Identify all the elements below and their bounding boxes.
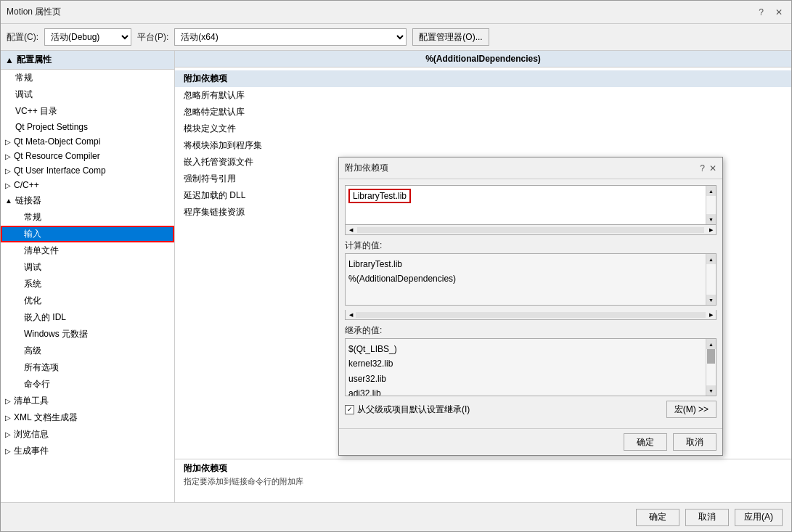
modal-input-area: LibraryTest.lib ▲ ▼: [345, 185, 717, 225]
computed-line-1: LibraryTest.lib: [348, 257, 713, 271]
modal-help-button[interactable]: ?: [700, 163, 705, 173]
modal-input-content: LibraryTest.lib: [346, 186, 706, 206]
modal-footer: 确定 取消: [339, 428, 722, 455]
iv-scroll-up[interactable]: ▲: [706, 339, 716, 349]
modal-hscrollbar: ◀ ▶: [345, 225, 717, 235]
inherited-line-4: adi32.lib: [348, 386, 713, 396]
inherited-line-3: user32.lib: [348, 372, 713, 386]
computed-content: LibraryTest.lib %(AdditionalDependencies…: [346, 254, 716, 290]
inherited-label: 继承的值:: [345, 324, 717, 337]
inherited-line-2: kernel32.lib: [348, 356, 713, 371]
computed-label: 计算的值:: [345, 240, 717, 252]
checkbox-row: ✓ 从父级或项目默认设置继承(I) 宏(M) >>: [345, 401, 717, 418]
ch-left[interactable]: ◀: [346, 310, 356, 320]
main-window: Motion 属性页 ? ✕ 配置(C): 活动(Debug) 平台(P): 活…: [0, 0, 792, 532]
inherited-content: $(Qt_LIBS_) kernel32.lib user32.lib adi3…: [346, 339, 716, 396]
computed-box: LibraryTest.lib %(AdditionalDependencies…: [345, 253, 717, 306]
modal-input-highlighted[interactable]: LibraryTest.lib: [348, 189, 411, 203]
computed-line-2: %(AdditionalDependencies): [348, 271, 713, 286]
cv-scroll-track: [706, 264, 716, 295]
computed-hscrollbar: ◀ ▶: [345, 310, 717, 320]
inherited-box: $(Qt_LIBS_) kernel32.lib user32.lib adi3…: [345, 338, 717, 396]
scroll-track: [706, 196, 716, 214]
ch-right[interactable]: ▶: [706, 310, 716, 320]
ch-track: [356, 312, 706, 318]
modal-body: LibraryTest.lib ▲ ▼ ◀ ▶ 计算的值:: [339, 179, 722, 428]
modal-dialog: 附加依赖项 ? ✕ LibraryTest.lib ▲: [338, 157, 723, 456]
hscroll-track: [357, 227, 704, 233]
modal-vscrollbar: ▲ ▼: [706, 186, 716, 224]
modal-close-button[interactable]: ✕: [709, 163, 717, 173]
inherit-checkbox-label: 从父级或项目默认设置继承(I): [357, 404, 470, 416]
computed-vscrollbar: ▲ ▼: [706, 254, 716, 305]
macro-button[interactable]: 宏(M) >>: [666, 401, 717, 418]
scroll-left-btn[interactable]: ◀: [346, 225, 356, 235]
iv-scroll-down[interactable]: ▼: [706, 385, 716, 396]
inherited-vscrollbar: ▲ ▼: [706, 339, 716, 396]
inherit-checkbox[interactable]: ✓: [345, 405, 354, 414]
inherited-line-1: $(Qt_LIBS_): [348, 342, 713, 356]
modal-title: 附加依赖项: [345, 162, 388, 174]
cv-scroll-up[interactable]: ▲: [706, 254, 716, 264]
scroll-right-btn[interactable]: ▶: [706, 225, 716, 235]
modal-ok-button[interactable]: 确定: [624, 433, 667, 451]
cv-scroll-down[interactable]: ▼: [706, 295, 716, 305]
scroll-up-btn[interactable]: ▲: [706, 186, 716, 196]
modal-title-bar: 附加依赖项 ? ✕: [339, 157, 722, 179]
scroll-down-btn[interactable]: ▼: [706, 214, 716, 224]
modal-overlay: 附加依赖项 ? ✕ LibraryTest.lib ▲: [1, 1, 791, 531]
iv-scroll-track: [706, 349, 716, 385]
modal-cancel-button[interactable]: 取消: [673, 433, 717, 451]
modal-title-controls: ? ✕: [700, 163, 717, 173]
iv-thumb: [707, 349, 715, 364]
